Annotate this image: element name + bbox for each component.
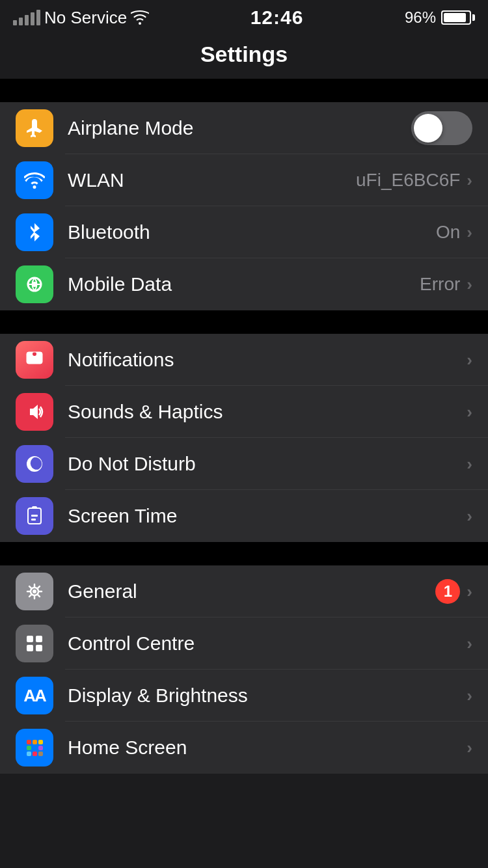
svg-rect-17 — [27, 740, 31, 744]
wlan-icon — [16, 161, 53, 199]
do-not-disturb-label: Do Not Disturb — [68, 453, 467, 475]
svg-rect-9 — [31, 515, 38, 517]
sounds-haptics-chevron: › — [467, 402, 472, 422]
general-group: General 1 › Control Centre › AA Display … — [0, 565, 488, 774]
section-divider-1 — [0, 79, 488, 102]
general-label: General — [68, 580, 435, 603]
signal-icon — [13, 10, 40, 25]
bluetooth-row[interactable]: Bluetooth On › — [0, 206, 488, 258]
svg-rect-19 — [38, 740, 43, 744]
airplane-mode-row[interactable]: Airplane Mode — [0, 102, 488, 154]
status-time: 12:46 — [251, 7, 304, 29]
connectivity-group: Airplane Mode WLAN uFi_E6BC6F › Bluetoot… — [0, 102, 488, 310]
home-screen-label: Home Screen — [68, 737, 467, 759]
do-not-disturb-chevron: › — [467, 454, 472, 474]
control-centre-icon — [16, 625, 53, 662]
status-right: 96% — [405, 8, 475, 27]
svg-rect-16 — [36, 645, 42, 651]
sounds-haptics-icon — [16, 393, 53, 431]
svg-rect-13 — [27, 636, 33, 642]
page-title: Settings — [0, 35, 488, 79]
svg-rect-25 — [38, 752, 43, 756]
notifications-row[interactable]: Notifications › — [0, 334, 488, 386]
svg-rect-15 — [27, 645, 33, 651]
notifications-icon — [16, 341, 53, 379]
battery-icon — [441, 10, 475, 25]
control-centre-label: Control Centre — [68, 632, 467, 655]
screen-time-row[interactable]: Screen Time › — [0, 490, 488, 542]
battery-percent: 96% — [405, 8, 436, 27]
notifications-group: Notifications › Sounds & Haptics › Do No… — [0, 334, 488, 542]
mobile-data-label: Mobile Data — [68, 273, 420, 295]
control-centre-chevron: › — [467, 634, 472, 654]
wlan-value: uFi_E6BC6F — [356, 170, 460, 191]
mobile-data-chevron: › — [467, 275, 472, 295]
bluetooth-value: On — [436, 222, 460, 243]
wlan-row[interactable]: WLAN uFi_E6BC6F › — [0, 154, 488, 206]
svg-point-11 — [33, 590, 36, 593]
svg-rect-24 — [33, 752, 37, 756]
display-brightness-label: Display & Brightness — [68, 685, 467, 707]
general-badge: 1 — [435, 579, 460, 604]
svg-rect-18 — [33, 740, 37, 744]
status-left: No Service — [13, 8, 149, 28]
airplane-mode-toggle[interactable] — [411, 111, 472, 145]
wifi-status-icon — [131, 10, 149, 25]
svg-rect-22 — [38, 746, 43, 750]
screen-time-icon — [16, 497, 53, 535]
general-chevron: › — [467, 582, 472, 602]
sounds-haptics-row[interactable]: Sounds & Haptics › — [0, 386, 488, 438]
notifications-chevron: › — [467, 350, 472, 370]
section-divider-2 — [0, 310, 488, 334]
airplane-mode-label: Airplane Mode — [68, 117, 411, 139]
screen-time-chevron: › — [467, 506, 472, 526]
airplane-mode-icon — [16, 109, 53, 147]
section-divider-3 — [0, 542, 488, 565]
display-brightness-chevron: › — [467, 686, 472, 706]
do-not-disturb-icon — [16, 445, 53, 483]
svg-rect-20 — [27, 746, 31, 750]
svg-marker-6 — [30, 405, 38, 419]
notifications-label: Notifications — [68, 349, 467, 371]
display-brightness-icon: AA — [16, 677, 53, 714]
do-not-disturb-row[interactable]: Do Not Disturb › — [0, 438, 488, 490]
svg-point-4 — [33, 352, 36, 356]
bluetooth-chevron: › — [467, 223, 472, 243]
home-screen-row[interactable]: Home Screen › — [0, 722, 488, 774]
mobile-data-row[interactable]: Mobile Data Error › — [0, 258, 488, 310]
svg-rect-23 — [27, 752, 31, 756]
general-row[interactable]: General 1 › — [0, 565, 488, 617]
home-screen-chevron: › — [467, 738, 472, 758]
svg-rect-8 — [32, 506, 37, 509]
bluetooth-label: Bluetooth — [68, 221, 436, 243]
no-service-label: No Service — [44, 8, 127, 28]
status-bar: No Service 12:46 96% — [0, 0, 488, 35]
mobile-data-value: Error — [420, 274, 460, 295]
control-centre-row[interactable]: Control Centre › — [0, 617, 488, 670]
screen-time-label: Screen Time — [68, 505, 467, 527]
svg-rect-21 — [33, 746, 37, 750]
mobile-data-icon — [16, 265, 53, 303]
bluetooth-icon — [16, 213, 53, 251]
svg-rect-14 — [36, 636, 42, 642]
wlan-label: WLAN — [68, 169, 356, 191]
display-brightness-row[interactable]: AA Display & Brightness › — [0, 670, 488, 722]
sounds-haptics-label: Sounds & Haptics — [68, 401, 467, 423]
wlan-chevron: › — [467, 170, 472, 191]
general-icon — [16, 573, 53, 610]
svg-rect-10 — [31, 519, 36, 521]
home-screen-icon — [16, 729, 53, 766]
